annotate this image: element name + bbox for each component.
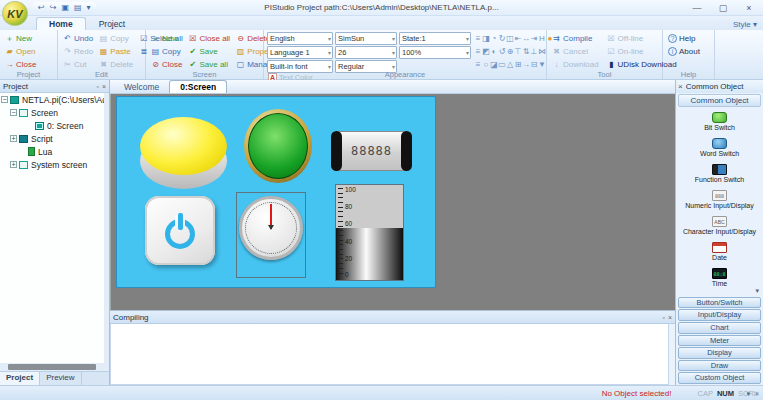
quick-access-icon[interactable]: ↪	[50, 3, 57, 12]
close-icon[interactable]: ×	[668, 314, 672, 321]
dropdown-select[interactable]: Language 1	[267, 46, 333, 59]
close-icon[interactable]: ×	[743, 3, 755, 13]
ribbon-button-icon: ＋	[5, 33, 14, 44]
tree-item[interactable]: Lua	[0, 145, 104, 158]
dropdown-select[interactable]: State:1	[399, 32, 471, 45]
quick-access-icon[interactable]: ▣	[61, 3, 69, 12]
document-tab[interactable]: Welcome	[114, 81, 169, 93]
appearance-tool-icon[interactable]: ≡	[474, 32, 482, 45]
appearance-tool-icon[interactable]: ◫	[506, 32, 514, 45]
power-button-widget[interactable]	[145, 196, 215, 265]
ribbon-button[interactable]: ＋ New	[3, 32, 54, 45]
tree-item[interactable]: 0: Screen	[0, 119, 104, 132]
ribbon-button[interactable]: ＋ New	[149, 32, 184, 45]
yellow-lamp-widget[interactable]	[140, 117, 227, 189]
minimize-icon[interactable]: —	[691, 3, 703, 13]
panel-tab[interactable]: Project	[0, 372, 40, 385]
tree-item[interactable]: − NETLA.pi(C:\Users\Admin\Des	[0, 93, 104, 106]
appearance-tool-icon[interactable]: ⇥	[530, 32, 538, 45]
pin-icon[interactable]: ▫	[96, 83, 98, 90]
green-lamp-widget[interactable]	[244, 109, 312, 183]
appearance-tool-icon[interactable]: ◐	[490, 45, 498, 58]
tree-expander-icon[interactable]: −	[10, 109, 17, 116]
dropdown-select[interactable]: SimSun	[335, 32, 397, 45]
tree-expander-icon[interactable]: −	[1, 96, 8, 103]
tree-item[interactable]: + System screen	[0, 158, 104, 171]
tree-item[interactable]: − Screen	[0, 106, 104, 119]
category-button[interactable]: Custom Object	[678, 372, 761, 384]
ribbon-button[interactable]: ▤ Copy	[149, 45, 184, 58]
dropdown-select[interactable]: English	[267, 32, 333, 45]
appearance-tool-icon[interactable]: ⊤	[514, 45, 522, 58]
bar-meter-widget[interactable]: 100 80 60 40 20 0	[335, 184, 404, 281]
ribbon-button[interactable]: ▤ Copy	[97, 32, 135, 45]
dropdown-select[interactable]: 100%	[399, 46, 471, 59]
appearance-tool-icon[interactable]: ⇤	[514, 32, 522, 45]
category-button[interactable]: Meter	[678, 335, 761, 347]
appearance-tool-icon[interactable]: ◩	[482, 45, 490, 58]
ribbon-button[interactable]: ↷ Redo	[61, 45, 95, 58]
appearance-tool-icon[interactable]: ⇅	[522, 45, 530, 58]
app-logo-icon[interactable]: KV	[2, 1, 28, 26]
maximize-icon[interactable]: ▢	[717, 3, 729, 13]
horizontal-scrollbar[interactable]	[0, 363, 109, 371]
document-tab[interactable]: 0:Screen	[169, 80, 227, 93]
quick-access-icon[interactable]: ▤	[74, 3, 82, 12]
quick-access-icon[interactable]: ▾	[87, 3, 91, 12]
appearance-tool-icon[interactable]: ⊕	[506, 45, 514, 58]
appearance-tool-icon[interactable]: ↻	[498, 32, 506, 45]
ribbon-button[interactable]: ⇉ Compile	[550, 32, 601, 45]
category-button[interactable]: Button/Switch	[678, 297, 761, 309]
ribbon-button[interactable]: ☒ Close all	[186, 32, 232, 45]
palette-item[interactable]: 88:8 Time	[676, 264, 763, 287]
appearance-tool-icon[interactable]: ◔	[490, 32, 498, 45]
tree-expander-icon[interactable]: +	[10, 161, 17, 168]
appearance-tool-icon[interactable]: ↺	[498, 45, 506, 58]
palette-item[interactable]: 888 Numeric Input/Display	[676, 186, 763, 212]
ribbon-button[interactable]: ✖ Cancel	[550, 45, 601, 58]
gauge-selection-box[interactable]	[236, 192, 306, 278]
numeric-display-widget[interactable]: 88888	[332, 131, 411, 171]
panel-tab[interactable]: Preview	[40, 372, 81, 385]
ribbon-button-label: Compile	[563, 34, 592, 43]
dropdown-select[interactable]: 26	[335, 46, 397, 59]
screen-canvas[interactable]: 88888 100	[116, 96, 436, 288]
ribbon-button[interactable]: i About	[666, 45, 711, 58]
ribbon-button[interactable]: ? Help	[666, 32, 711, 45]
quick-access-icon[interactable]: ↩	[38, 3, 45, 12]
pin-icon[interactable]: ▫	[662, 314, 664, 321]
scrollbar-thumb[interactable]	[8, 364, 96, 370]
category-button[interactable]: Display	[678, 347, 761, 359]
style-menu-button[interactable]: Style ▾	[733, 20, 757, 29]
appearance-tool-icon[interactable]: ↔	[522, 32, 530, 45]
appearance-tool-icon[interactable]: H	[538, 32, 546, 45]
tree-item[interactable]: + Script	[0, 132, 104, 145]
tab-scroll-icon[interactable]: ▾	[746, 390, 750, 398]
output-panel-body[interactable]	[110, 324, 669, 385]
palette-item[interactable]: Bit Switch	[676, 108, 763, 134]
ribbon-button[interactable]: ▰ Open	[3, 45, 54, 58]
palette-item[interactable]: Date	[676, 238, 763, 264]
appearance-tool-icon[interactable]: ◨	[482, 32, 490, 45]
palette-item[interactable]: ABC Character Input/Display	[676, 212, 763, 238]
object-section-header[interactable]: Common Object	[678, 94, 761, 107]
tree-expander-icon[interactable]: +	[10, 135, 17, 142]
ribbon-button[interactable]: ↶ Undo	[61, 32, 95, 45]
category-button[interactable]: Input/Display	[678, 309, 761, 321]
tab-close-icon[interactable]: ×	[755, 390, 759, 398]
gauge-widget[interactable]	[239, 196, 303, 260]
category-button[interactable]: Draw	[678, 360, 761, 372]
palette-item[interactable]: Function Switch	[676, 160, 763, 186]
tab-project[interactable]: Project	[86, 17, 138, 30]
close-icon[interactable]: ×	[678, 82, 683, 91]
tab-home[interactable]: Home	[36, 17, 86, 30]
appearance-tool-icon[interactable]: ≡	[474, 45, 482, 58]
palette-overflow-icon[interactable]: ▾	[755, 287, 759, 294]
ribbon-button[interactable]: ▦ Paste	[97, 45, 135, 58]
category-button[interactable]: Chart	[678, 322, 761, 334]
appearance-tool-icon[interactable]: ⋈	[538, 45, 546, 58]
appearance-tool-icon[interactable]: ⊥	[530, 45, 538, 58]
palette-item[interactable]: Word Switch	[676, 134, 763, 160]
ribbon-button[interactable]: ✔ Save	[186, 45, 232, 58]
close-icon[interactable]: ×	[102, 83, 106, 90]
